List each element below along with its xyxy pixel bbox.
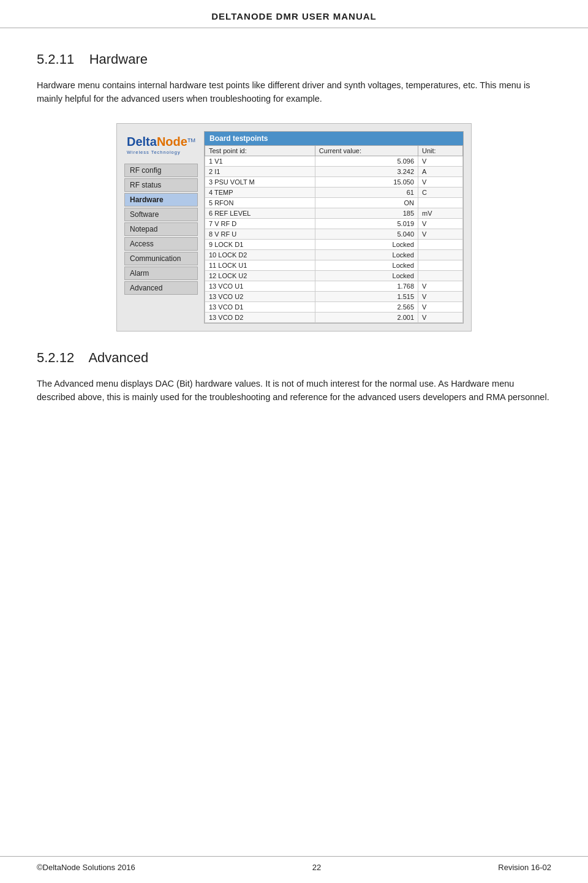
board-table-area: Board testpoints Test point id: Current … [204,131,464,324]
cell-value: Locked [315,249,418,260]
cell-value: 5.096 [315,156,418,166]
cell-unit: V [418,218,463,229]
menu-item-access[interactable]: Access [124,237,198,251]
cell-unit: C [418,187,463,197]
table-row: 13 VCO U21.515V [205,291,463,301]
cell-testpoint: 13 VCO D1 [205,301,315,312]
cell-testpoint: 13 VCO U1 [205,281,315,291]
section-511: 5.2.11 Hardware Hardware menu contains i… [37,51,551,106]
table-row: 5 RFONON [205,197,463,208]
menu-item-software[interactable]: Software [124,208,198,221]
cell-value: ON [315,197,418,208]
cell-unit: V [418,301,463,312]
cell-value: 5.040 [315,229,418,239]
cell-testpoint: 1 V1 [205,156,315,166]
section-512-title: 5.2.12 Advanced [37,350,551,366]
cell-unit [418,260,463,270]
figure-container: DeltaNodeTM Wireless Technology RF confi… [37,123,551,332]
menu-item-notepad[interactable]: Notepad [124,222,198,236]
cell-unit: V [418,281,463,291]
cell-unit: mV [418,208,463,218]
cell-unit [418,239,463,249]
header-title: DELTANODE DMR USER MANUAL [211,11,376,21]
table-row: 11 LOCK U1Locked [205,260,463,270]
cell-value: 5.019 [315,218,418,229]
table-row: 7 V RF D5.019V [205,218,463,229]
cell-value: 1.515 [315,291,418,301]
col-unit: Unit: [418,145,463,156]
section-511-body: Hardware menu contains internal hardware… [37,78,551,106]
sidebar-menu: DeltaNodeTM Wireless Technology RF confi… [124,131,198,324]
table-row: 13 VCO D12.565V [205,301,463,312]
logo-tagline: Wireless Technology [127,150,195,155]
cell-value: 15.050 [315,176,418,187]
table-row: 3 PSU VOLT M15.050V [205,176,463,187]
section-511-title: 5.2.11 Hardware [37,51,551,67]
cell-testpoint: 9 LOCK D1 [205,239,315,249]
cell-testpoint: 7 V RF D [205,218,315,229]
cell-value: 3.242 [315,166,418,176]
table-row: 6 REF LEVEL185mV [205,208,463,218]
menu-item-advanced[interactable]: Advanced [124,281,198,295]
sidebar-logo: DeltaNodeTM Wireless Technology [124,131,198,159]
cell-testpoint: 8 V RF U [205,229,315,239]
menu-item-hardware[interactable]: Hardware [124,193,198,207]
cell-unit [418,270,463,281]
cell-testpoint: 6 REF LEVEL [205,208,315,218]
cell-value: 2.001 [315,312,418,322]
cell-unit: V [418,312,463,322]
table-row: 13 VCO U11.768V [205,281,463,291]
col-value: Current value: [315,145,418,156]
table-row: 2 I13.242A [205,166,463,176]
cell-testpoint: 13 VCO U2 [205,291,315,301]
cell-unit: V [418,176,463,187]
page-footer: ©DeltaNode Solutions 2016 22 Revision 16… [0,856,588,872]
cell-value: 1.768 [315,281,418,291]
cell-testpoint: 3 PSU VOLT M [205,176,315,187]
cell-testpoint: 13 VCO D2 [205,312,315,322]
cell-unit: A [418,166,463,176]
table-row: 13 VCO D22.001V [205,312,463,322]
cell-value: Locked [315,239,418,249]
cell-testpoint: 11 LOCK U1 [205,260,315,270]
board-title: Board testpoints [205,132,463,145]
cell-value: Locked [315,270,418,281]
cell-unit: V [418,291,463,301]
cell-testpoint: 5 RFON [205,197,315,208]
main-content: 5.2.11 Hardware Hardware menu contains i… [0,28,588,446]
page-header: DELTANODE DMR USER MANUAL [0,0,588,28]
board-table: Test point id: Current value: Unit: 1 V1… [205,145,463,323]
logo-delta: Delta [127,135,157,148]
menu-item-communication[interactable]: Communication [124,252,198,265]
section-512: 5.2.12 Advanced The Advanced menu displa… [37,350,551,404]
menu-item-alarm[interactable]: Alarm [124,267,198,280]
cell-testpoint: 4 TEMP [205,187,315,197]
cell-testpoint: 2 I1 [205,166,315,176]
cell-unit: V [418,156,463,166]
menu-item-rfconfig[interactable]: RF config [124,164,198,177]
footer-copyright: ©DeltaNode Solutions 2016 [37,863,135,872]
logo-node: Node [157,135,187,148]
col-testpoint: Test point id: [205,145,315,156]
table-row: 4 TEMP61C [205,187,463,197]
cell-unit [418,249,463,260]
cell-value: 185 [315,208,418,218]
logo-tm: TM [187,137,195,143]
cell-value: Locked [315,260,418,270]
figure-box: DeltaNodeTM Wireless Technology RF confi… [116,123,472,332]
table-row: 1 V15.096V [205,156,463,166]
cell-testpoint: 10 LOCK D2 [205,249,315,260]
cell-value: 61 [315,187,418,197]
table-row: 9 LOCK D1Locked [205,239,463,249]
footer-revision: Revision 16-02 [498,863,551,872]
menu-item-rfstatus[interactable]: RF status [124,178,198,192]
table-row: 10 LOCK D2Locked [205,249,463,260]
section-512-body: The Advanced menu displays DAC (Bit) har… [37,377,551,404]
cell-unit: V [418,229,463,239]
table-row: 12 LOCK U2Locked [205,270,463,281]
footer-page: 22 [312,863,321,872]
cell-testpoint: 12 LOCK U2 [205,270,315,281]
table-row: 8 V RF U5.040V [205,229,463,239]
cell-value: 2.565 [315,301,418,312]
cell-unit [418,197,463,208]
